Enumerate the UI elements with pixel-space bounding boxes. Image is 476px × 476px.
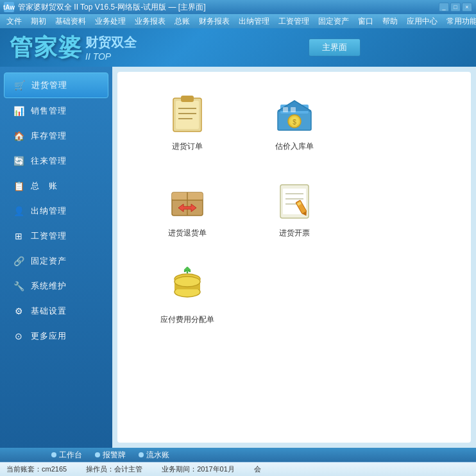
- menu-item-窗口[interactable]: 窗口: [354, 15, 377, 28]
- close-button[interactable]: ×: [462, 3, 472, 12]
- menu-item-应用中心[interactable]: 应用中心: [403, 15, 441, 28]
- menu-item-常用功能[interactable]: 常用功能: [443, 15, 476, 28]
- logo-main-text: 管家婆: [10, 32, 83, 64]
- sidebar-label-payroll: 工资管理: [31, 230, 67, 242]
- title-text: 管家婆财贸双全 II Top V16.5-网络版-试用版 — [主界面]: [18, 2, 439, 13]
- svg-rect-1: [176, 101, 199, 129]
- sidebar-item-contact[interactable]: 🔄往来管理: [4, 149, 108, 173]
- tab-dot-report: [95, 452, 100, 457]
- menu-item-出纳管理[interactable]: 出纳管理: [235, 15, 273, 28]
- sidebar-label-inventory: 库存管理: [31, 130, 67, 142]
- content-item-purchase-invoice[interactable]: 进货开票: [244, 171, 344, 245]
- sidebar-icon-sysmaint: 🔧: [12, 279, 26, 293]
- title-icon: tAw: [4, 2, 14, 12]
- sidebar-label-moreapps: 更多应用: [31, 330, 67, 342]
- sidebar-item-assets[interactable]: 🔗固定资产: [4, 249, 108, 273]
- sidebar-item-ledger[interactable]: 📋总 账: [4, 174, 108, 198]
- sidebar: 🛒进货管理📊销售管理🏠库存管理🔄往来管理📋总 账👤出纳管理⊞工资管理🔗固定资产🔧…: [0, 67, 112, 448]
- minimize-button[interactable]: _: [439, 3, 449, 12]
- logo: 管家婆 财贸双全 II TOP: [10, 32, 137, 64]
- sidebar-icon-sales: 📊: [12, 104, 26, 118]
- logo-finance-text: 财贸双全: [85, 34, 137, 51]
- menu-item-财务报表[interactable]: 财务报表: [195, 15, 234, 28]
- content-item-empty4: [351, 258, 452, 332]
- status-account: 当前账套：cm2165: [6, 464, 67, 474]
- sidebar-icon-purchase: 🛒: [12, 78, 26, 92]
- label-purchase-return: 进货退货单: [168, 228, 207, 239]
- content-item-purchase-return[interactable]: 进货退货单: [137, 171, 237, 245]
- icon-purchase-return: [165, 178, 210, 223]
- window-controls: _ □ ×: [439, 3, 472, 12]
- sidebar-label-contact: 往来管理: [31, 155, 67, 167]
- icon-purchase-order: [165, 91, 210, 136]
- icon-estimated-storage: $: [272, 91, 317, 136]
- sidebar-label-ledger: 总 账: [31, 180, 58, 192]
- label-purchase-order: 进货订单: [172, 141, 203, 152]
- content-item-payable-alloc[interactable]: 应付费用分配单: [137, 258, 237, 332]
- tab-label-report: 报警牌: [103, 450, 126, 461]
- icon-payable-alloc: [165, 264, 210, 309]
- sidebar-item-sales[interactable]: 📊销售管理: [4, 99, 108, 123]
- bottom-tab-flow[interactable]: 流水账: [139, 450, 169, 461]
- menu-item-帮助[interactable]: 帮助: [378, 15, 402, 28]
- sidebar-icon-cashier: 👤: [12, 204, 26, 218]
- sidebar-item-moreapps[interactable]: ⊙更多应用: [4, 324, 108, 348]
- content-item-empty1: [351, 85, 452, 158]
- sidebar-item-payroll[interactable]: ⊞工资管理: [4, 224, 108, 248]
- content-item-estimated-storage[interactable]: $ 估价入库单: [244, 85, 344, 158]
- label-payable-alloc: 应付费用分配单: [160, 314, 214, 325]
- sidebar-item-settings[interactable]: ⚙基础设置: [4, 299, 108, 323]
- sidebar-icon-inventory: 🏠: [12, 129, 26, 143]
- label-estimated-storage: 估价入库单: [275, 141, 314, 152]
- sidebar-icon-settings: ⚙: [12, 304, 26, 318]
- maximize-button[interactable]: □: [450, 3, 461, 12]
- main-face-tab[interactable]: 主界面: [309, 38, 361, 56]
- svg-rect-11: [283, 107, 288, 112]
- tab-label-workbench: 工作台: [59, 450, 82, 461]
- sidebar-label-purchase: 进货管理: [31, 80, 67, 91]
- sidebar-item-cashier[interactable]: 👤出纳管理: [4, 199, 108, 223]
- status-extra-text: 会: [254, 464, 261, 474]
- menu-item-期初[interactable]: 期初: [27, 15, 50, 28]
- bottom-tab-report[interactable]: 报警牌: [95, 450, 126, 461]
- status-operator: 操作员：会计主管: [86, 464, 142, 474]
- status-bar: 当前账套：cm2165 操作员：会计主管 业务期间：2017年01月 会: [0, 462, 476, 476]
- content-item-empty2: [351, 171, 452, 245]
- status-operator-text: 操作员：会计主管: [86, 464, 142, 474]
- title-bar: tAw 管家婆财贸双全 II Top V16.5-网络版-试用版 — [主界面]…: [0, 0, 476, 14]
- content-item-purchase-order[interactable]: 进货订单: [137, 85, 237, 158]
- icon-purchase-invoice: [272, 178, 317, 223]
- menu-item-业务报表[interactable]: 业务报表: [131, 15, 169, 28]
- tab-dot-flow: [139, 452, 144, 457]
- sidebar-label-sales: 销售管理: [31, 105, 67, 117]
- content-area: 进货订单 $ 估价入库单 进货退货单 进货开: [117, 72, 471, 443]
- status-extra: 会: [254, 464, 261, 474]
- sidebar-item-inventory[interactable]: 🏠库存管理: [4, 124, 108, 148]
- menu-item-工资管理[interactable]: 工资管理: [275, 15, 313, 28]
- sidebar-label-sysmaint: 系统维护: [31, 280, 67, 292]
- menu-item-文件[interactable]: 文件: [3, 15, 26, 28]
- tab-label-flow: 流水账: [146, 450, 169, 461]
- menu-item-总账[interactable]: 总账: [171, 15, 194, 28]
- sidebar-item-sysmaint[interactable]: 🔧系统维护: [4, 274, 108, 298]
- sidebar-icon-payroll: ⊞: [12, 229, 26, 243]
- sidebar-item-purchase[interactable]: 🛒进货管理: [4, 72, 108, 98]
- svg-rect-2: [181, 96, 194, 102]
- sidebar-icon-assets: 🔗: [12, 254, 26, 268]
- status-period-text: 业务期间：2017年01月: [162, 464, 235, 474]
- bottom-tabs: 工作台报警牌流水账: [0, 448, 476, 462]
- bottom-tab-workbench[interactable]: 工作台: [51, 450, 82, 461]
- sidebar-icon-contact: 🔄: [12, 154, 26, 168]
- menu-item-业务处理[interactable]: 业务处理: [91, 15, 130, 28]
- svg-text:$: $: [293, 119, 296, 126]
- sidebar-icon-ledger: 📋: [12, 179, 26, 193]
- logo-bar: 管家婆 财贸双全 II TOP 主界面: [0, 28, 476, 67]
- menu-item-固定资产[interactable]: 固定资产: [314, 15, 353, 28]
- label-purchase-invoice: 进货开票: [279, 228, 310, 239]
- menu-item-基础资料[interactable]: 基础资料: [51, 15, 90, 28]
- logo-subtitle: 财贸双全 II TOP: [85, 34, 137, 62]
- sidebar-label-cashier: 出纳管理: [31, 205, 67, 217]
- sidebar-label-assets: 固定资产: [31, 255, 67, 267]
- content-item-empty3: [244, 258, 344, 332]
- status-account-text: 当前账套：cm2165: [6, 464, 67, 474]
